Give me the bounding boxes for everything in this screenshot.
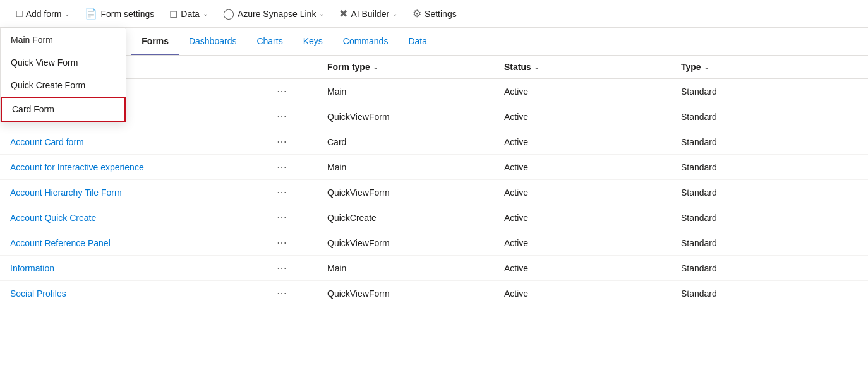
row-name[interactable]: Account Hierarchy Tile Form xyxy=(10,188,277,198)
data-label: Data xyxy=(181,9,200,19)
add-form-dropdown: Main Form Quick View Form Quick Create F… xyxy=(0,28,126,122)
add-form-chevron: ⌄ xyxy=(64,10,69,17)
table-row: Information ⋯ Main Active Standard xyxy=(0,256,868,281)
forms-table: Form type ⌄ Status ⌄ Type ⌄ Account ⋯ Ma… xyxy=(0,56,868,306)
row-form-type: QuickViewForm xyxy=(327,112,504,122)
settings-icon: ⚙ xyxy=(413,8,421,20)
col-type[interactable]: Type ⌄ xyxy=(681,62,858,72)
ai-builder-label: AI Builder xyxy=(351,9,389,19)
row-type: Standard xyxy=(681,188,858,198)
dropdown-item-quick-create-form[interactable]: Quick Create Form xyxy=(1,74,126,97)
row-form-type: Main xyxy=(327,162,504,172)
row-form-type: QuickViewForm xyxy=(327,289,504,299)
tab-keys[interactable]: Keys xyxy=(293,28,333,55)
status-sort-icon: ⌄ xyxy=(534,63,539,71)
row-status: Active xyxy=(504,238,681,248)
row-more-options[interactable]: ⋯ xyxy=(277,211,327,223)
azure-synapse-icon: ◯ xyxy=(223,8,234,20)
add-form-label: Add form xyxy=(26,9,62,19)
data-icon: ◻ xyxy=(169,8,178,20)
row-status: Active xyxy=(504,289,681,299)
row-more-options[interactable]: ⋯ xyxy=(277,110,327,122)
row-more-options[interactable]: ⋯ xyxy=(277,186,327,198)
form-type-sort-icon: ⌄ xyxy=(373,63,378,71)
row-form-type: Main xyxy=(327,86,504,97)
col-form-type[interactable]: Form type ⌄ xyxy=(327,62,504,72)
row-status: Active xyxy=(504,188,681,198)
row-more-options[interactable]: ⋯ xyxy=(277,287,327,299)
tab-commands[interactable]: Commands xyxy=(333,28,399,55)
row-more-options[interactable]: ⋯ xyxy=(277,161,327,173)
row-status: Active xyxy=(504,112,681,122)
row-type: Standard xyxy=(681,213,858,223)
table-row: Account Card form ⋯ Card Active Standard xyxy=(0,129,868,155)
table-row: Account Hierarchy Tile Form ⋯ QuickViewF… xyxy=(0,180,868,205)
row-name[interactable]: Account for Interactive experience xyxy=(10,162,277,172)
main-content: Business rules Views Forms Dashboards Ch… xyxy=(0,28,868,375)
tab-charts[interactable]: Charts xyxy=(246,28,292,55)
row-status: Active xyxy=(504,86,681,97)
row-type: Standard xyxy=(681,162,858,172)
nav-tabs: Business rules Views Forms Dashboards Ch… xyxy=(0,28,868,56)
col-dots xyxy=(277,62,327,72)
form-settings-button[interactable]: 📄 Form settings xyxy=(78,4,160,23)
azure-synapse-chevron: ⌄ xyxy=(319,10,324,17)
row-status: Active xyxy=(504,213,681,223)
row-form-type: Card xyxy=(327,137,504,147)
row-form-type: QuickViewForm xyxy=(327,188,504,198)
add-form-button[interactable]: □ Add form ⌄ xyxy=(10,5,76,23)
table-row: Account for Interactive experience ⋯ Mai… xyxy=(0,155,868,180)
row-type: Standard xyxy=(681,137,858,147)
row-form-type: QuickViewForm xyxy=(327,238,504,248)
row-type: Standard xyxy=(681,238,858,248)
table-row: Account Reference Panel ⋯ QuickViewForm … xyxy=(0,230,868,256)
table-row: account card ⋯ QuickViewForm Active Stan… xyxy=(0,104,868,129)
table-body: Account ⋯ Main Active Standard account c… xyxy=(0,79,868,306)
dropdown-item-quick-view-form[interactable]: Quick View Form xyxy=(1,51,126,74)
row-type: Standard xyxy=(681,86,858,97)
settings-button[interactable]: ⚙ Settings xyxy=(406,4,463,23)
azure-synapse-button[interactable]: ◯ Azure Synapse Link ⌄ xyxy=(217,4,331,23)
table-row: Account ⋯ Main Active Standard xyxy=(0,79,868,104)
row-name[interactable]: Account Card form xyxy=(10,137,277,147)
row-name[interactable]: Account Quick Create xyxy=(10,213,277,223)
row-form-type: QuickCreate xyxy=(327,213,504,223)
row-type: Standard xyxy=(681,112,858,122)
row-name[interactable]: Social Profiles xyxy=(10,289,277,299)
settings-label: Settings xyxy=(425,9,457,19)
row-more-options[interactable]: ⋯ xyxy=(277,85,327,97)
form-settings-label: Form settings xyxy=(100,9,154,19)
azure-synapse-label: Azure Synapse Link xyxy=(238,9,316,19)
toolbar: □ Add form ⌄ 📄 Form settings ◻ Data ⌄ ◯ … xyxy=(0,0,868,28)
row-name[interactable]: Information xyxy=(10,263,277,273)
ai-builder-chevron: ⌄ xyxy=(392,10,397,17)
table-header: Form type ⌄ Status ⌄ Type ⌄ xyxy=(0,56,868,79)
row-type: Standard xyxy=(681,263,858,273)
table-row: Social Profiles ⋯ QuickViewForm Active S… xyxy=(0,281,868,306)
row-more-options[interactable]: ⋯ xyxy=(277,136,327,148)
row-form-type: Main xyxy=(327,263,504,273)
tab-forms[interactable]: Forms xyxy=(131,28,179,55)
row-status: Active xyxy=(504,162,681,172)
row-type: Standard xyxy=(681,289,858,299)
type-sort-icon: ⌄ xyxy=(704,63,709,71)
row-status: Active xyxy=(504,137,681,147)
data-chevron: ⌄ xyxy=(203,10,208,17)
dropdown-item-main-form[interactable]: Main Form xyxy=(1,28,126,51)
form-settings-icon: 📄 xyxy=(85,8,97,20)
table-row: Account Quick Create ⋯ QuickCreate Activ… xyxy=(0,205,868,230)
ai-builder-icon: ✖ xyxy=(339,8,347,20)
add-form-icon: □ xyxy=(16,8,23,20)
dropdown-item-card-form[interactable]: Card Form xyxy=(1,97,126,122)
row-more-options[interactable]: ⋯ xyxy=(277,237,327,249)
tab-dashboards[interactable]: Dashboards xyxy=(179,28,247,55)
row-name[interactable]: Account Reference Panel xyxy=(10,238,277,248)
row-status: Active xyxy=(504,263,681,273)
col-status[interactable]: Status ⌄ xyxy=(504,62,681,72)
tab-data[interactable]: Data xyxy=(398,28,437,55)
data-button[interactable]: ◻ Data ⌄ xyxy=(163,4,214,23)
ai-builder-button[interactable]: ✖ AI Builder ⌄ xyxy=(333,4,404,23)
row-more-options[interactable]: ⋯ xyxy=(277,262,327,274)
